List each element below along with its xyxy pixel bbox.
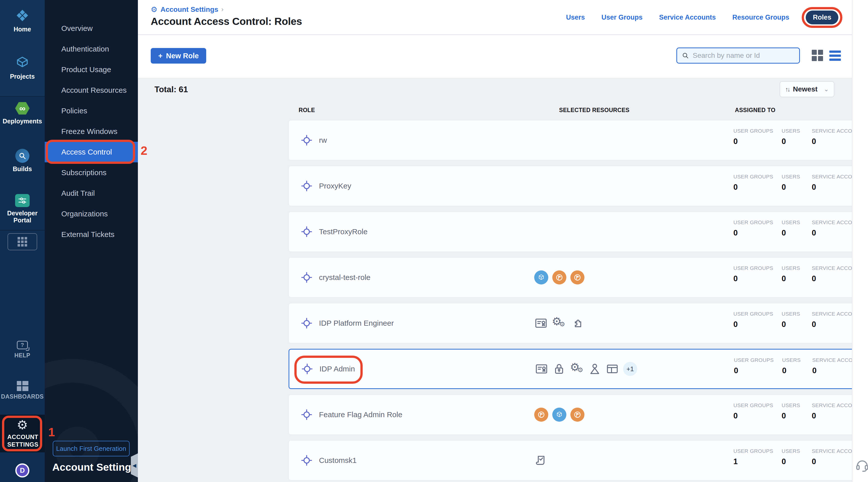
breadcrumb[interactable]: ⚙ Account Settings › bbox=[151, 5, 223, 14]
home-icon: ❖ bbox=[15, 8, 29, 23]
flag-badge-icon bbox=[570, 270, 584, 284]
column-header-selected-resources: SELECTED RESOURCES bbox=[559, 107, 629, 114]
help-icon: ? bbox=[17, 341, 28, 349]
role-name: IDP Admin bbox=[319, 365, 355, 373]
nav-deployments[interactable]: ∞ Deployments bbox=[0, 101, 45, 125]
right-gutter bbox=[852, 0, 868, 482]
projects-icon bbox=[15, 55, 30, 70]
role-cell[interactable]: IDP Admin bbox=[301, 350, 355, 388]
role-name: crystal-test-role bbox=[319, 273, 370, 282]
assigned-col-value: 0 bbox=[733, 274, 738, 283]
assigned-col-label: USER GROUPS bbox=[733, 128, 773, 134]
role-row[interactable]: IDP Platform Engineer⚙⚙USER GROUPS0USERS… bbox=[288, 303, 868, 343]
sidebar-item-freeze-windows[interactable]: Freeze Windows bbox=[45, 121, 138, 142]
nav-account-settings[interactable]: ⚙ ACCOUNT SETTINGS bbox=[0, 415, 45, 452]
assigned-to-cell: USER GROUPS1USERS0SERVICE ACCOUNTS0 bbox=[733, 441, 868, 480]
main-content: ⚙ Account Settings › Account Access Cont… bbox=[138, 0, 868, 482]
role-name: Feature Flag Admin Role bbox=[319, 411, 402, 419]
sidebar-item-subscriptions[interactable]: Subscriptions bbox=[45, 162, 138, 183]
assigned-col-value: 0 bbox=[812, 320, 816, 329]
role-crosshair-icon bbox=[301, 180, 312, 192]
sidebar-item-access-control[interactable]: Access Control bbox=[45, 142, 138, 162]
nav-projects[interactable]: Projects bbox=[0, 55, 45, 80]
sort-dropdown[interactable]: ↑↓ Newest ⌄ bbox=[780, 81, 834, 97]
assigned-col-value: 0 bbox=[782, 320, 786, 329]
scroll-check-icon bbox=[534, 454, 548, 467]
role-row[interactable]: Feature Flag Admin RoleUSER GROUPS0USERS… bbox=[288, 395, 868, 435]
assigned-col-label: USERS bbox=[782, 311, 800, 317]
role-crosshair-icon bbox=[301, 409, 312, 420]
role-cell[interactable]: TestProxyRole bbox=[301, 212, 367, 251]
nav-builds[interactable]: Builds bbox=[0, 149, 45, 172]
search-box[interactable] bbox=[676, 48, 800, 64]
nav-help[interactable]: ? HELP bbox=[0, 341, 45, 359]
assigned-to-cell: USER GROUPS0USERS0SERVICE ACCOUNTS0 bbox=[733, 120, 868, 160]
sidebar-item-authentication[interactable]: Authentication bbox=[45, 39, 138, 59]
sidebar-item-audit-trail[interactable]: Audit Trail bbox=[45, 183, 138, 204]
breadcrumb-label[interactable]: Account Settings bbox=[160, 5, 218, 13]
tab-roles[interactable]: Roles bbox=[806, 10, 838, 24]
sidebar-item-external-tickets[interactable]: External Tickets bbox=[45, 224, 138, 245]
toolbar: + New Role bbox=[138, 35, 868, 78]
role-row[interactable]: TestProxyRoleUSER GROUPS0USERS0SERVICE A… bbox=[288, 212, 868, 252]
assigned-col-label: USER GROUPS bbox=[733, 448, 773, 454]
total-count: Total: 61 bbox=[154, 85, 188, 94]
module-grid-button[interactable] bbox=[7, 233, 37, 250]
search-input[interactable] bbox=[693, 52, 795, 60]
nav-deployments-label: Deployments bbox=[3, 118, 42, 125]
sidebar-collapse-handle[interactable]: ◀ bbox=[131, 453, 138, 478]
sidebar-item-overview[interactable]: Overview bbox=[45, 18, 138, 39]
nav-developer-portal[interactable]: Developer Portal bbox=[0, 194, 45, 224]
role-cell[interactable]: Customsk1 bbox=[301, 441, 356, 480]
gears-icon: ⚙⚙ bbox=[552, 317, 566, 330]
support-headset-icon[interactable] bbox=[855, 458, 868, 474]
chevron-right-icon: › bbox=[221, 5, 223, 13]
tab-users[interactable]: Users bbox=[566, 13, 585, 21]
role-cell[interactable]: Feature Flag Admin Role bbox=[301, 395, 402, 434]
role-crosshair-icon bbox=[301, 318, 312, 329]
role-crosshair-icon bbox=[301, 226, 312, 238]
role-name: IDP Platform Engineer bbox=[319, 319, 394, 327]
grid-view-toggle[interactable] bbox=[812, 50, 823, 61]
new-role-button[interactable]: + New Role bbox=[151, 48, 206, 64]
page-title: Account Access Control: Roles bbox=[151, 16, 302, 27]
list-view-toggle[interactable] bbox=[829, 50, 841, 61]
role-name: ProxyKey bbox=[319, 182, 351, 190]
sort-label: Newest bbox=[793, 85, 820, 93]
sidebar-item-policies[interactable]: Policies bbox=[45, 100, 138, 121]
tab-user-groups[interactable]: User Groups bbox=[601, 13, 643, 21]
gear-icon: ⚙ bbox=[17, 419, 28, 431]
role-row[interactable]: Customsk1USER GROUPS1USERS0SERVICE ACCOU… bbox=[288, 440, 868, 481]
flag-badge-icon bbox=[534, 408, 548, 422]
role-cell[interactable]: crystal-test-role bbox=[301, 258, 370, 297]
assigned-col-value: 0 bbox=[782, 137, 786, 146]
assigned-col-label: USER GROUPS bbox=[733, 265, 773, 271]
assigned-col-value: 0 bbox=[812, 366, 816, 375]
nav-home[interactable]: ❖ Home bbox=[0, 8, 45, 33]
deployments-icon: ∞ bbox=[15, 101, 30, 115]
cube-badge-icon bbox=[552, 408, 566, 422]
role-row[interactable]: IDP Admin⚙⚙+1USER GROUPS0USERS0SERVICE A… bbox=[288, 349, 868, 389]
role-row[interactable]: rwUSER GROUPS0USERS0SERVICE ACCOUNTS0⋮ bbox=[288, 120, 868, 160]
tab-service-accounts[interactable]: Service Accounts bbox=[659, 13, 716, 21]
sidebar-item-product-usage[interactable]: Product Usage bbox=[45, 59, 138, 80]
role-cell[interactable]: ProxyKey bbox=[301, 166, 351, 206]
nav-dashboards[interactable]: DASHBOARDS bbox=[0, 381, 45, 400]
role-cell[interactable]: rw bbox=[301, 120, 327, 160]
avatar[interactable]: D bbox=[15, 463, 29, 478]
launch-first-generation-button[interactable]: Launch First Generation bbox=[53, 441, 130, 456]
tab-resource-groups[interactable]: Resource Groups bbox=[733, 13, 789, 21]
sidebar-item-organizations[interactable]: Organizations bbox=[45, 204, 138, 224]
assigned-col-value: 0 bbox=[734, 366, 738, 375]
assigned-col-value: 0 bbox=[812, 411, 816, 420]
role-row[interactable]: crystal-test-roleUSER GROUPS0USERS0SERVI… bbox=[288, 257, 868, 298]
nav-builds-label: Builds bbox=[13, 165, 32, 172]
assigned-col-label: USER GROUPS bbox=[733, 174, 773, 180]
role-cell[interactable]: IDP Platform Engineer bbox=[301, 303, 394, 343]
chevron-down-icon: ⌄ bbox=[824, 86, 829, 93]
role-row[interactable]: ProxyKeyUSER GROUPS0USERS0SERVICE ACCOUN… bbox=[288, 166, 868, 206]
sidebar-item-account-resources[interactable]: Account Resources bbox=[45, 80, 138, 100]
certificate-icon bbox=[534, 317, 548, 330]
nav-projects-label: Projects bbox=[10, 73, 35, 80]
assigned-col-value: 0 bbox=[782, 366, 786, 375]
